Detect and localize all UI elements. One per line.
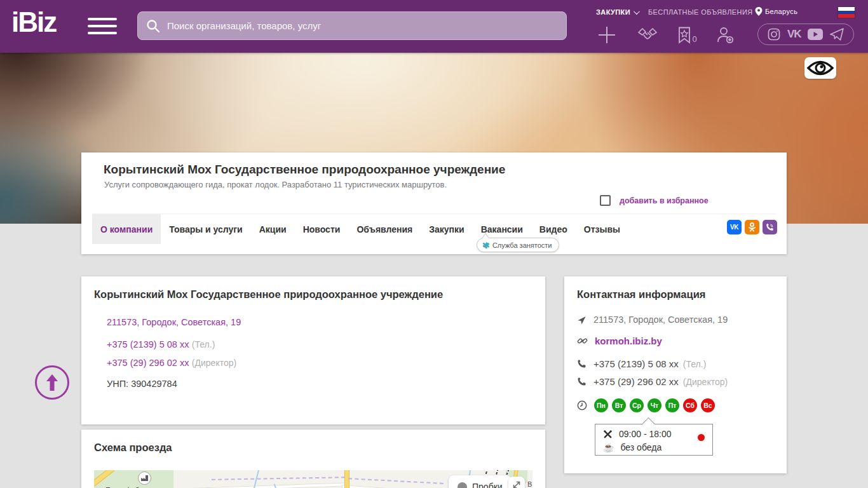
tab-products[interactable]: Товары и услуги [161, 214, 250, 244]
day-thu[interactable]: Чт [648, 398, 661, 412]
phone-icon [577, 359, 587, 369]
back-to-top-button[interactable] [35, 365, 69, 400]
vk-icon[interactable]: VK [787, 28, 801, 41]
traffic-button[interactable]: Пробки [449, 475, 512, 488]
eye-icon [807, 60, 834, 76]
day-sun[interactable]: Вс [701, 398, 715, 412]
search-icon [146, 18, 161, 34]
viber-button[interactable] [763, 220, 777, 234]
coffee-cup-icon: ☕ [603, 442, 614, 452]
company-title: Корытинский Мох Государственное природоо… [104, 163, 505, 177]
add-company-icon[interactable] [596, 25, 618, 44]
schedule-tooltip: 09:00 - 18:00 ☕ без обеда [595, 424, 713, 456]
company-tabs: О компании Товары и услуги Акции Новости… [92, 214, 776, 244]
search-bar [137, 11, 567, 40]
phone-type-label: (Директор) [683, 377, 728, 387]
tab-purchases[interactable]: Закупки [421, 214, 472, 244]
work-tools-icon [603, 430, 613, 439]
map-partial-label: В [527, 480, 532, 488]
favorite-label: добавить в избранное [620, 196, 709, 205]
day-mon[interactable]: Пн [594, 398, 608, 412]
menu-icon[interactable] [88, 18, 117, 36]
contact-phone: +375 (2139) 5 08 xx [593, 358, 679, 369]
location-pin-icon [755, 7, 763, 16]
youtube-icon[interactable] [808, 29, 823, 40]
working-days: Пн Вт Ср Чт Пт Сб Вс [594, 398, 715, 412]
map-card-title: Схема проезда [94, 442, 172, 454]
company-website-link[interactable]: kormoh.ibiz.by [595, 336, 662, 346]
favorites-bookmark-icon[interactable]: 0 [675, 27, 700, 44]
vk-share-button[interactable]: VK [727, 220, 742, 234]
nav-purchases[interactable]: ЗАКУПКИ [596, 8, 638, 16]
closed-now-indicator [698, 434, 705, 441]
day-sat[interactable]: Сб [683, 398, 697, 412]
about-card-title: Корытинский Мох Государственное природоо… [94, 288, 443, 301]
contact-card-title: Контактная информация [577, 288, 705, 301]
region-selector[interactable]: Беларусь [755, 7, 797, 16]
telegram-icon[interactable] [830, 28, 844, 41]
clock-icon [577, 400, 587, 410]
employment-service-icon: ✻ [482, 240, 489, 250]
phone-type-label: (Тел.) [192, 339, 215, 349]
favorites-count: 0 [692, 34, 696, 44]
tab-news[interactable]: Новости [295, 214, 349, 244]
phone-type-label: (Директор) [192, 358, 236, 368]
tab-promotions[interactable]: Акции [251, 214, 295, 244]
site-logo[interactable]: iBiz [11, 6, 56, 38]
about-card: Корытинский Мох Государственное природоо… [81, 276, 545, 424]
contact-card: Контактная информация 211573, Городок, С… [564, 276, 787, 473]
header-social-links: VK [757, 24, 854, 45]
day-tue[interactable]: Вт [612, 398, 626, 412]
company-header-card: Корытинский Мох Государственное природоо… [81, 152, 787, 254]
navigation-arrow-icon [577, 315, 587, 325]
contact-phone: +375 (29) 296 02 xx [593, 376, 679, 387]
phone-link[interactable]: +375 (2139) 5 08 xx [107, 339, 189, 349]
language-flag-ru[interactable] [838, 7, 855, 18]
company-social-buttons: VK [727, 220, 777, 234]
phone-link[interactable]: +375 (29) 296 02 xx [107, 358, 189, 368]
day-wed[interactable]: Ср [630, 398, 644, 412]
company-unp: УНП: 390429784 [107, 379, 177, 389]
tab-ads[interactable]: Объявления [348, 214, 421, 244]
phone-icon [577, 377, 587, 386]
ok-share-button[interactable] [745, 220, 759, 234]
link-icon [577, 336, 588, 346]
company-subtitle: Услуги сопровождающего гида, прокат лодо… [104, 180, 447, 189]
instagram-icon[interactable] [768, 28, 780, 41]
contact-address: 211573, Городок, Советская, 19 [593, 315, 728, 325]
day-fri[interactable]: Пт [665, 398, 679, 412]
map-card: Схема проезда Птицефабрика В Пробки [81, 430, 545, 488]
favorite-checkbox[interactable] [600, 195, 611, 206]
header: iBiz ЗАКУПКИ БЕСПЛАТНЫЕ ОБЪЯВЛЕНИЯ Белар… [0, 0, 868, 53]
factory-poi-icon[interactable] [138, 471, 151, 485]
tab-about[interactable]: О компании [92, 214, 161, 244]
tab-reviews[interactable]: Отзывы [576, 214, 628, 244]
traffic-icon [458, 482, 467, 488]
add-to-favorites[interactable]: добавить в избранное [600, 195, 709, 206]
add-user-icon[interactable] [714, 26, 736, 44]
phone-type-label: (Тел.) [683, 359, 706, 369]
map-canvas[interactable]: Птицефабрика В Пробки [94, 470, 532, 488]
search-input[interactable] [167, 20, 559, 31]
arrow-up-icon [44, 373, 60, 392]
employment-service-badge[interactable]: ✻ Служба занятости [477, 238, 559, 252]
map-expand-button[interactable] [508, 477, 525, 488]
chevron-down-icon [634, 8, 640, 15]
accessibility-eye-button[interactable] [804, 57, 836, 79]
company-address-link[interactable]: 211573, Городок, Советская, 19 [107, 317, 241, 327]
nav-free-ads[interactable]: БЕСПЛАТНЫЕ ОБЪЯВЛЕНИЯ [648, 8, 753, 16]
handshake-icon[interactable] [637, 27, 658, 43]
lunch-info: без обеда [620, 442, 661, 452]
expand-icon [512, 480, 521, 488]
working-hours: 09:00 - 18:00 [619, 429, 672, 439]
